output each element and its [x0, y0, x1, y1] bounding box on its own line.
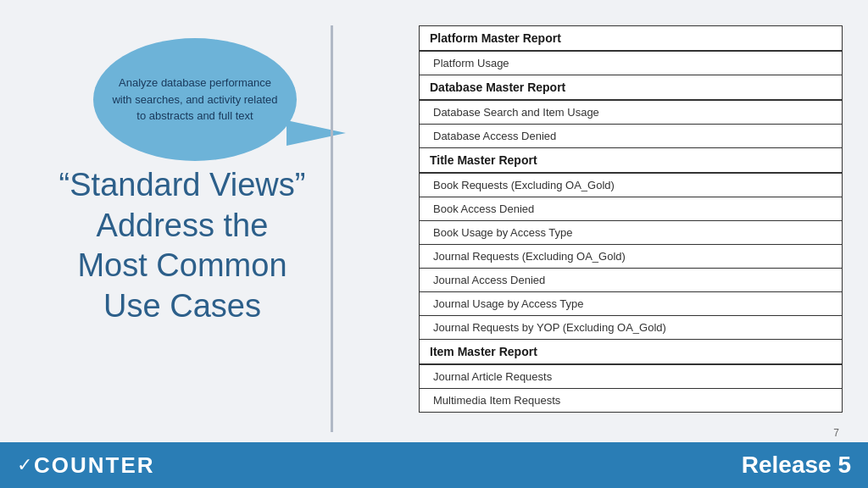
- table-item-cell: Book Access Denied: [420, 197, 842, 220]
- table-row: Journal Requests by YOP (Excluding OA_Go…: [420, 316, 842, 340]
- table-item-cell: Book Usage by Access Type: [420, 221, 842, 244]
- counter-logo-text: COUNTER: [34, 452, 155, 479]
- table-row: Journal Requests (Excluding OA_Gold): [420, 245, 842, 269]
- table-row: Journal Access Denied: [420, 269, 842, 292]
- speech-bubble: Analyze database performance with search…: [93, 38, 297, 161]
- table-row: Journal Article Requests: [420, 365, 842, 389]
- speech-bubble-wrapper: Analyze database performance with search…: [93, 38, 297, 161]
- main-heading: “Standard Views” Address the Most Common…: [42, 165, 322, 326]
- table-section-header: Title Master Report: [420, 148, 842, 174]
- table-row: Journal Usage by Access Type: [420, 292, 842, 316]
- table-row: Book Usage by Access Type: [420, 221, 842, 245]
- section-header-cell: Item Master Report: [420, 340, 842, 364]
- section-header-cell: Platform Master Report: [420, 26, 842, 51]
- table-section-header: Item Master Report: [420, 340, 842, 365]
- section-header-cell: Database Master Report: [420, 75, 842, 100]
- table-row: Multimedia Item Requests: [420, 389, 842, 412]
- reports-table: Platform Master ReportPlatform UsageData…: [419, 25, 843, 413]
- table-item-cell: Journal Usage by Access Type: [420, 292, 842, 315]
- table-item-cell: Database Access Denied: [420, 125, 842, 147]
- table-section-header: Platform Master Report: [420, 26, 842, 52]
- table-item-cell: Database Search and Item Usage: [420, 101, 842, 124]
- table-row: Book Access Denied: [420, 197, 842, 221]
- speech-bubble-text: Analyze database performance with search…: [110, 75, 280, 125]
- table-item-cell: Platform Usage: [420, 52, 842, 75]
- table-item-cell: Multimedia Item Requests: [420, 389, 842, 412]
- heading-text: “Standard Views” Address the Most Common…: [42, 165, 322, 326]
- table-item-cell: Journal Access Denied: [420, 269, 842, 291]
- counter-logo: ✓ COUNTER: [17, 452, 155, 479]
- table-section-header: Database Master Report: [420, 75, 842, 101]
- bottom-bar: ✓ COUNTER Release 5: [0, 442, 868, 488]
- table-row: Platform Usage: [420, 52, 842, 75]
- section-header-cell: Title Master Report: [420, 148, 842, 173]
- bubble-tail-icon: [287, 120, 346, 154]
- table-row: Book Requests (Excluding OA_Gold): [420, 174, 842, 197]
- table-row: Database Access Denied: [420, 125, 842, 148]
- vertical-divider: [331, 25, 333, 432]
- page-number: 7: [833, 427, 839, 439]
- table-item-cell: Journal Article Requests: [420, 365, 842, 388]
- table-item-cell: Journal Requests (Excluding OA_Gold): [420, 245, 842, 268]
- slide: Analyze database performance with search…: [0, 0, 868, 488]
- table-item-cell: Journal Requests by YOP (Excluding OA_Go…: [420, 316, 842, 339]
- table-item-cell: Book Requests (Excluding OA_Gold): [420, 174, 842, 197]
- table-row: Database Search and Item Usage: [420, 101, 842, 125]
- counter-checkmark-icon: ✓: [17, 454, 32, 476]
- svg-marker-0: [287, 120, 346, 146]
- release-label: Release 5: [742, 452, 851, 479]
